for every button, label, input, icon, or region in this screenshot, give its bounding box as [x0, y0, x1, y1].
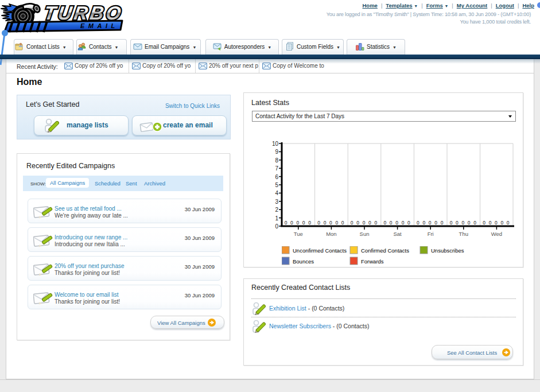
svg-text:4: 4 — [275, 190, 278, 196]
svg-text:0: 0 — [495, 220, 498, 226]
svg-text:0: 0 — [356, 220, 359, 226]
svg-text:9: 9 — [275, 149, 278, 155]
svg-text:0: 0 — [296, 220, 299, 226]
svg-text:0: 0 — [473, 220, 476, 226]
svg-text:Sat: Sat — [393, 231, 402, 237]
svg-text:0: 0 — [368, 220, 371, 226]
svg-text:0: 0 — [402, 220, 405, 226]
svg-text:0: 0 — [483, 220, 485, 226]
svg-text:6: 6 — [275, 174, 278, 180]
svg-text:Confirmed Contacts: Confirmed Contacts — [361, 247, 409, 254]
svg-text:10: 10 — [272, 141, 279, 147]
svg-text:Wed: Wed — [491, 231, 502, 237]
svg-text:0: 0 — [429, 220, 432, 226]
svg-text:0: 0 — [341, 220, 344, 226]
svg-text:0: 0 — [500, 220, 503, 226]
svg-text:2: 2 — [275, 207, 278, 213]
svg-text:0: 0 — [434, 220, 437, 226]
svg-text:0: 0 — [285, 220, 288, 226]
svg-text:0: 0 — [363, 220, 366, 226]
svg-text:0: 0 — [324, 220, 327, 226]
svg-text:TURBO: TURBO — [43, 2, 125, 24]
svg-text:0: 0 — [383, 220, 386, 226]
svg-text:0: 0 — [468, 220, 471, 226]
svg-text:0: 0 — [407, 220, 410, 226]
svg-text:3: 3 — [275, 199, 278, 205]
svg-text:Fri: Fri — [428, 231, 434, 237]
svg-text:0: 0 — [335, 220, 338, 226]
svg-text:0: 0 — [489, 220, 492, 226]
svg-text:0: 0 — [390, 220, 393, 226]
svg-text:Thu: Thu — [459, 231, 468, 237]
svg-text:5: 5 — [275, 182, 278, 188]
svg-text:8: 8 — [275, 157, 278, 164]
svg-text:Tue: Tue — [294, 231, 303, 237]
svg-text:0: 0 — [317, 220, 320, 226]
svg-text:0: 0 — [275, 223, 278, 230]
svg-text:0: 0 — [302, 220, 305, 226]
svg-text:0: 0 — [417, 220, 419, 226]
svg-text:0: 0 — [450, 220, 453, 226]
svg-text:0: 0 — [308, 220, 311, 226]
svg-text:Sun: Sun — [360, 231, 370, 237]
svg-text:0: 0 — [374, 220, 377, 226]
svg-text:Unconfirmed Contacts: Unconfirmed Contacts — [293, 247, 347, 254]
svg-text:7: 7 — [275, 165, 278, 172]
svg-text:0: 0 — [395, 220, 398, 226]
svg-text:1: 1 — [275, 215, 278, 222]
svg-text:Unsubscribes: Unsubscribes — [431, 247, 464, 254]
svg-text:0: 0 — [441, 220, 444, 226]
svg-text:0: 0 — [507, 220, 510, 226]
svg-text:0: 0 — [422, 220, 425, 226]
svg-text:0: 0 — [351, 220, 353, 226]
svg-text:0: 0 — [329, 220, 332, 226]
svg-text:0: 0 — [456, 220, 459, 226]
svg-text:0: 0 — [461, 220, 464, 226]
svg-text:Bounces: Bounces — [293, 258, 314, 265]
svg-text:Forwards: Forwards — [361, 258, 384, 265]
svg-text:Mon: Mon — [326, 231, 336, 237]
svg-text:0: 0 — [290, 220, 293, 226]
